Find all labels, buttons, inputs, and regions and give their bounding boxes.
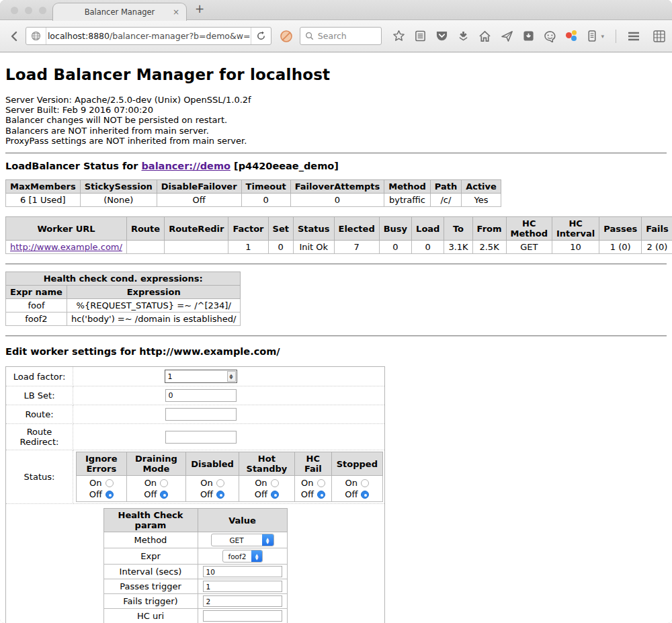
navigation-toolbar: localhost:8880/balancer-manager?b=demo&w…: [0, 20, 672, 52]
hc-interval-input[interactable]: [203, 566, 282, 577]
lb-set-label: LB Set:: [6, 386, 73, 405]
hc-expr-value: foof2: [223, 552, 252, 560]
status-hot-standby: On Off: [239, 476, 294, 502]
form-row-lb-set: LB Set:: [6, 386, 385, 405]
hc-fails-input[interactable]: [203, 595, 282, 607]
colorful-dots-icon[interactable]: [566, 30, 578, 42]
tab-balancer-manager[interactable]: Balancer Manager ×: [52, 3, 187, 21]
lb-set-input[interactable]: [165, 389, 237, 402]
radio-off-disabled[interactable]: [216, 491, 224, 499]
radio-on-disabled[interactable]: [216, 479, 224, 487]
bookmark-star-icon[interactable]: [392, 30, 405, 42]
cell-hc-interval: 10: [552, 241, 599, 254]
hc-expr-select[interactable]: foof2 ▲▼: [222, 550, 263, 563]
window-controls[interactable]: [11, 7, 46, 14]
hc-passes-input[interactable]: [203, 581, 282, 592]
proxypass-note: ProxyPass settings are NOT inherited fro…: [5, 136, 667, 146]
column-header: Method: [384, 180, 430, 194]
send-icon[interactable]: [501, 30, 513, 42]
radio-off-hot-standby[interactable]: [271, 491, 279, 499]
route-redirect-input[interactable]: [165, 431, 237, 444]
reload-icon[interactable]: [251, 28, 271, 44]
radio-off-ignore-errors[interactable]: [106, 491, 114, 499]
close-window-button[interactable]: [11, 7, 18, 14]
table-row: Expr foof2 ▲▼: [103, 548, 287, 565]
cell-expr-name: foof: [6, 299, 67, 313]
tab-title: Balancer Manager: [85, 7, 155, 17]
radio-off-stopped[interactable]: [361, 491, 369, 499]
worker-url-link[interactable]: http://www.example.com/: [10, 242, 122, 252]
menu-icon[interactable]: [628, 32, 640, 41]
route-input[interactable]: [165, 408, 237, 421]
server-built: Server Built: Feb 9 2016 07:00:20: [5, 105, 667, 115]
radio-off-draining-mode[interactable]: [160, 491, 168, 499]
form-row-route-redirect: Route Redirect:: [6, 424, 385, 450]
column-header: Timeout: [241, 180, 290, 194]
new-tab-button[interactable]: +: [195, 2, 204, 15]
globe-icon[interactable]: [26, 28, 46, 44]
close-tab-icon[interactable]: ×: [173, 7, 179, 17]
cell-busy: 0: [379, 241, 411, 254]
column-header: Busy: [379, 217, 411, 241]
url-text[interactable]: localhost:8880/balancer-manager?b=demo&w…: [46, 31, 251, 41]
reading-list-icon[interactable]: [415, 30, 426, 42]
form-row-status: Status: Ignore Errors Draining Mode Disa…: [6, 450, 385, 504]
column-header: Worker URL: [6, 217, 127, 241]
table-row: Method GET ▲▼: [103, 532, 287, 548]
column-header: Fails: [642, 217, 672, 241]
table-header-row: Ignore Errors Draining Mode Disabled Hot…: [77, 452, 383, 476]
column-header: Ignore Errors: [77, 452, 127, 476]
load-factor-input-wrap: ▲▼: [165, 370, 237, 383]
hc-expr-cell: foof2 ▲▼: [198, 548, 287, 565]
chat-smiley-icon[interactable]: [544, 30, 556, 42]
blocked-content-icon[interactable]: [280, 30, 293, 43]
grid-icon[interactable]: [653, 30, 665, 42]
hc-method-select[interactable]: GET ▲▼: [211, 534, 274, 546]
minimize-window-button[interactable]: [25, 7, 32, 14]
radio-off-hc-fail[interactable]: [317, 491, 325, 499]
column-header: Route: [126, 217, 164, 241]
cell-to: 3.1K: [444, 241, 472, 254]
home-icon[interactable]: [478, 30, 491, 42]
status-ignore-errors: On Off: [77, 476, 127, 502]
balancer-status-heading: LoadBalancer Status for balancer://demo …: [5, 161, 667, 171]
back-icon[interactable]: [7, 28, 23, 45]
route-label: Route:: [6, 405, 73, 424]
url-bar[interactable]: localhost:8880/balancer-manager?b=demo&w…: [26, 27, 271, 45]
radio-on-label: On: [200, 477, 212, 489]
health-check-cell: Health Check param Value Method GET ▲▼: [6, 504, 385, 623]
column-header: HC Method: [506, 217, 552, 241]
device-icon[interactable]: [587, 30, 597, 42]
column-header: Health Check param: [103, 509, 198, 532]
balancer-demo-link[interactable]: balancer://demo: [141, 161, 230, 171]
column-header: Value: [198, 509, 287, 532]
radio-on-hc-fail[interactable]: [317, 479, 325, 487]
column-header: RouteRedir: [165, 217, 228, 241]
hc-method-cell: GET ▲▼: [198, 532, 287, 548]
dropdown-caret-icon[interactable]: ▾: [601, 33, 604, 40]
table-row: foof2 hc('body') =~ /domain is establish…: [6, 313, 241, 326]
zoom-window-button[interactable]: [39, 7, 46, 14]
pocket-icon[interactable]: [435, 30, 448, 42]
column-header: HC Fail: [294, 452, 331, 476]
radio-on-hot-standby[interactable]: [271, 479, 279, 487]
hc-uri-input[interactable]: [203, 610, 282, 622]
load-factor-input[interactable]: [165, 372, 227, 382]
route-redirect-cell: [73, 424, 385, 450]
search-input[interactable]: Search: [300, 27, 382, 45]
radio-on-ignore-errors[interactable]: [106, 479, 114, 487]
status-stopped: On Off: [331, 476, 382, 502]
download-icon[interactable]: [458, 30, 469, 42]
radio-on-stopped[interactable]: [361, 479, 369, 487]
stepper-icon[interactable]: ▲▼: [227, 371, 236, 382]
health-check-table: Health Check param Value Method GET ▲▼: [103, 508, 288, 623]
panel-download-icon[interactable]: [523, 30, 534, 42]
route-redirect-label: Route Redirect:: [6, 424, 73, 450]
table-title-row: Health check cond. expressions:: [6, 272, 241, 286]
cell-expression: %{REQUEST_STATUS} =~ /^[234]/: [67, 299, 241, 313]
balancer-status-table: MaxMembers StickySession DisableFailover…: [5, 179, 501, 207]
column-header: Hot Standby: [239, 452, 294, 476]
cell-active: Yes: [462, 194, 501, 207]
radio-on-draining-mode[interactable]: [160, 479, 168, 487]
column-header: Passes: [599, 217, 642, 241]
